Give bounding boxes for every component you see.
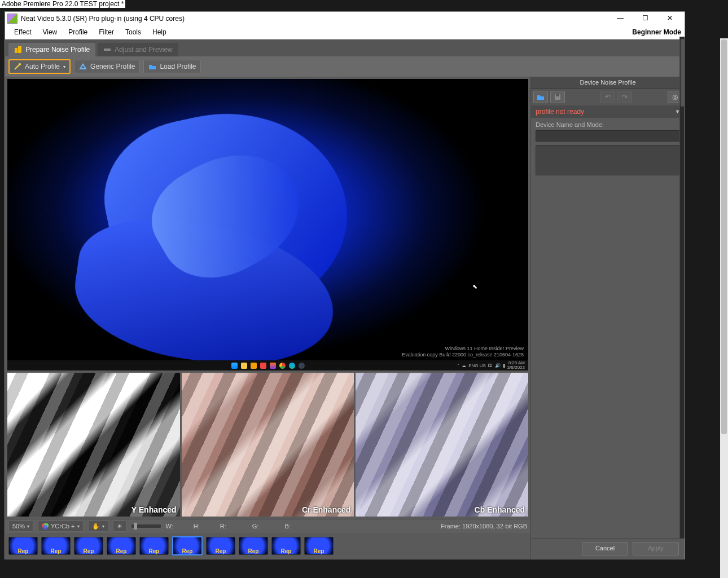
cancel-button[interactable]: Cancel xyxy=(582,542,628,555)
right-panel-header: Device Noise Profile xyxy=(531,77,685,89)
button-label: Generic Profile xyxy=(90,63,135,70)
generic-profile-icon xyxy=(79,63,87,70)
frame-thumb-label: Rep xyxy=(281,548,292,554)
w-label: W: xyxy=(166,523,173,530)
work-area: ⬉ Windows 11 Home Insider Preview Evalua… xyxy=(5,77,685,559)
frame-thumb[interactable]: Rep xyxy=(239,537,268,555)
frame-thumb[interactable]: Rep xyxy=(8,537,38,555)
frame-thumb[interactable]: Rep xyxy=(172,536,203,555)
h-label: H: xyxy=(194,523,200,530)
explorer-icon xyxy=(241,363,247,369)
dropdown-arrow-icon: ▾ xyxy=(63,64,65,69)
menu-view[interactable]: View xyxy=(37,27,63,37)
profile-status-text: profile not ready xyxy=(536,108,584,116)
folder-icon xyxy=(537,94,545,100)
sun-icon: ☀ xyxy=(117,523,122,530)
channel-cr[interactable]: Cr Enhanced xyxy=(182,373,354,517)
undo-icon: ↶ xyxy=(605,93,611,101)
tab-adjust-preview[interactable]: Adjust and Preview xyxy=(98,43,178,56)
device-notes-box[interactable] xyxy=(536,145,680,175)
maximize-button[interactable]: ☐ xyxy=(633,12,657,25)
tab-prepare-noise-profile[interactable]: Prepare Noise Profile xyxy=(8,43,95,56)
firefox-icon xyxy=(270,363,276,369)
frame-thumb-label: Rep xyxy=(149,548,160,554)
colorspace-dropdown[interactable]: YCrCb +▾ xyxy=(38,520,84,532)
host-scrollbar[interactable] xyxy=(720,38,728,578)
menu-help[interactable]: Help xyxy=(147,27,172,37)
folder-open-icon xyxy=(148,63,156,70)
device-name-input[interactable] xyxy=(536,130,680,142)
right-panel-scrollbar[interactable] xyxy=(679,37,685,539)
frame-thumb-label: Rep xyxy=(314,548,324,554)
channel-previews: Y Enhanced Cr Enhanced Cb Enhanced xyxy=(5,373,530,517)
tray-cloud-icon: ☁ xyxy=(462,363,466,368)
plugin-window: Neat Video 5.3.0 (SR) Pro plug-in (using… xyxy=(5,11,685,559)
frame-thumb-label: Rep xyxy=(182,548,193,554)
mode-toggle[interactable]: Beginner Mode xyxy=(632,28,681,36)
apply-button[interactable]: Apply xyxy=(633,542,679,555)
title-bar: Neat Video 5.3.0 (SR) Pro plug-in (using… xyxy=(5,12,685,25)
dialog-buttons: Cancel Apply xyxy=(531,538,685,559)
target-icon: ◎ xyxy=(672,93,678,101)
frame-thumb-label: Rep xyxy=(216,548,226,554)
channel-cb[interactable]: Cb Enhanced xyxy=(356,373,528,517)
chrome-icon xyxy=(279,363,286,369)
close-button[interactable]: ✕ xyxy=(657,12,682,25)
sys-date: 3/8/2023 xyxy=(507,365,525,370)
left-pane: ⬉ Windows 11 Home Insider Preview Evalua… xyxy=(5,77,530,559)
save-profile-button[interactable] xyxy=(550,91,565,103)
button-label: Load Profile xyxy=(160,63,196,70)
frame-thumb[interactable]: Rep xyxy=(74,537,103,555)
zoom-dropdown[interactable]: 50%▾ xyxy=(8,520,33,532)
tab-label: Prepare Noise Profile xyxy=(25,46,90,54)
frame-thumb-label: Rep xyxy=(116,548,127,554)
frame-strip: RepRepRepRepRepRepRepRepRepRep xyxy=(5,533,530,559)
svg-point-3 xyxy=(19,63,21,65)
hand-tool-button[interactable]: ✋▾ xyxy=(88,520,108,532)
tray-chevron-icon: ˄ xyxy=(457,363,459,368)
profile-tab-icon xyxy=(14,46,22,54)
svg-rect-0 xyxy=(15,48,17,53)
frame-thumb[interactable]: Rep xyxy=(139,537,169,555)
menu-filter[interactable]: Filter xyxy=(93,27,120,37)
start-icon xyxy=(231,363,238,369)
os-watermark: Windows 11 Home Insider Preview Evaluati… xyxy=(402,346,524,358)
brightness-slider[interactable] xyxy=(131,524,161,528)
frame-thumb[interactable]: Rep xyxy=(41,537,71,555)
svg-rect-2 xyxy=(104,48,111,51)
hand-icon: ✋ xyxy=(92,523,100,530)
generic-profile-button[interactable]: Generic Profile xyxy=(74,60,140,73)
right-panel: Device Noise Profile ↶ ↷ ◎ profile not r… xyxy=(530,77,685,559)
frame-thumb-label: Rep xyxy=(248,548,259,554)
minimize-button[interactable]: — xyxy=(608,12,633,25)
menu-tools[interactable]: Tools xyxy=(120,27,147,37)
cursor-icon: ⬉ xyxy=(472,283,477,290)
load-profile-button[interactable]: Load Profile xyxy=(143,60,201,73)
sys-lang: ENG US xyxy=(468,363,486,368)
undo-button[interactable]: ↶ xyxy=(600,91,615,103)
frame-thumb[interactable]: Rep xyxy=(206,537,235,555)
app-icon-1 xyxy=(251,363,257,369)
colorspace-icon xyxy=(42,523,49,530)
menu-profile[interactable]: Profile xyxy=(63,27,93,37)
brightness-button[interactable]: ☀ xyxy=(113,520,126,532)
channel-y[interactable]: Y Enhanced xyxy=(7,373,180,517)
svg-point-6 xyxy=(43,525,47,530)
device-name-label: Device Name and Mode: xyxy=(531,118,685,129)
open-profile-button[interactable] xyxy=(533,91,548,103)
frame-thumb[interactable]: Rep xyxy=(107,537,136,555)
menu-effect[interactable]: Effect xyxy=(8,27,37,37)
frame-thumb[interactable]: Rep xyxy=(304,537,334,555)
redo-button[interactable]: ↷ xyxy=(617,91,632,103)
window-title: Neat Video 5.3.0 (SR) Pro plug-in (using… xyxy=(21,15,185,23)
wifi-icon: ⚿ xyxy=(488,363,493,368)
frame-thumb[interactable]: Rep xyxy=(271,537,301,555)
frame-thumb-label: Rep xyxy=(18,548,29,554)
edge-icon xyxy=(289,363,295,369)
preview-viewport[interactable]: ⬉ Windows 11 Home Insider Preview Evalua… xyxy=(7,79,528,370)
frame-thumb-label: Rep xyxy=(51,548,62,554)
redo-icon: ↷ xyxy=(622,93,628,101)
profile-status-row[interactable]: profile not ready ▼ xyxy=(531,105,685,118)
svg-rect-8 xyxy=(556,94,559,96)
auto-profile-button[interactable]: Auto Profile ▾ xyxy=(8,59,71,74)
